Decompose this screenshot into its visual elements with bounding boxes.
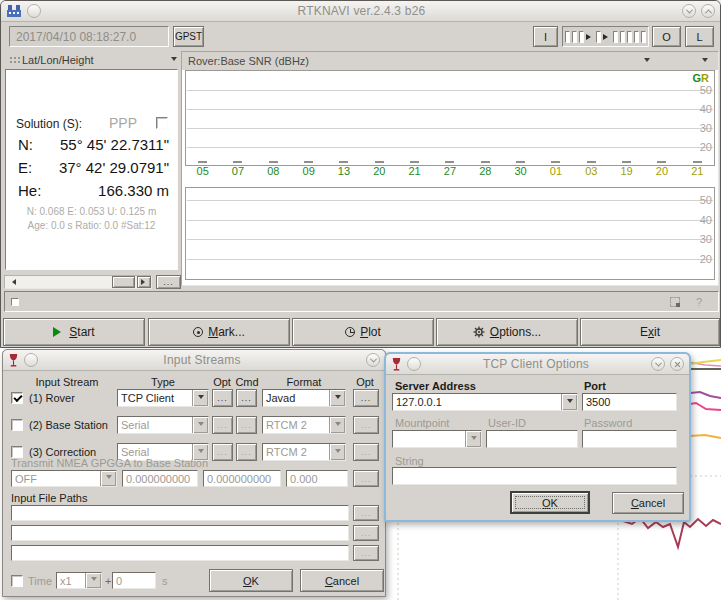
snr-baseline-tick — [551, 161, 560, 163]
gridline — [187, 147, 713, 148]
file-path-3-field[interactable] — [11, 545, 349, 561]
chevron-down-icon — [329, 444, 345, 460]
desktop: RTKNAVI ver.2.4.3 b26 2017/04/10 08:18:2… — [0, 0, 721, 600]
file-path-2-browse-button[interactable]: ... — [353, 525, 379, 541]
rover-cmd-button[interactable]: ... — [236, 389, 257, 407]
options-button[interactable]: Options... — [436, 318, 578, 346]
gridline — [187, 259, 713, 260]
output-indicator-square — [641, 31, 646, 43]
snr-baseline-tick — [657, 161, 666, 163]
snr-baseline-tick — [269, 161, 278, 163]
file-path-2-field[interactable] — [11, 525, 349, 541]
userid-field[interactable] — [486, 430, 578, 448]
time-display: 2017/04/10 08:18:27.0 — [9, 26, 169, 47]
solution-panel: Lat/Lon/Height Solution (S): PPP N: 55° … — [4, 51, 179, 298]
rover-format-select[interactable]: Javad — [262, 389, 346, 407]
minimize-button[interactable] — [366, 353, 380, 367]
flow-arrow-icon — [586, 34, 594, 40]
file-path-1-field[interactable] — [11, 505, 349, 521]
file-path-1-browse-button[interactable]: ... — [353, 505, 379, 521]
password-field[interactable] — [582, 430, 677, 448]
chevron-down-icon[interactable] — [192, 390, 208, 406]
base-checkbox[interactable] — [11, 419, 23, 431]
snr-plot-type-select[interactable] — [640, 58, 654, 65]
solution-scrollbar[interactable] — [4, 275, 152, 289]
close-button[interactable] — [670, 357, 684, 371]
time-checkbox[interactable] — [11, 575, 23, 587]
string-field[interactable] — [392, 467, 677, 485]
gridline — [187, 220, 713, 221]
rover-opt-button[interactable]: ... — [212, 389, 233, 407]
satellite-label: 28 — [479, 165, 491, 177]
minimize-button[interactable] — [651, 357, 665, 371]
tcp-client-options-dialog: TCP Client Options Server Address Port 1… — [384, 352, 691, 522]
satellite-label: 19 — [620, 165, 632, 177]
server-address-select[interactable]: 127.0.0.1 — [392, 393, 578, 411]
exit-button[interactable]: Exit — [580, 318, 720, 346]
snr-satellite: 28 — [468, 159, 503, 181]
flow-arrow-icon — [603, 34, 611, 40]
input-streams-ok-button[interactable]: OK — [209, 569, 293, 592]
chevron-down-icon — [329, 417, 345, 433]
time-system-button[interactable]: GPST — [173, 26, 204, 47]
satellite-label: 21 — [691, 165, 703, 177]
output-stream-button[interactable]: O — [652, 26, 681, 47]
rover-format-opt-button[interactable]: ... — [353, 389, 379, 407]
chevron-down-icon[interactable] — [561, 394, 577, 410]
file-path-3-browse-button[interactable]: ... — [353, 545, 379, 561]
column-header-type: Type — [117, 376, 209, 388]
scroll-left-button[interactable] — [5, 276, 19, 288]
snr-freq-select[interactable] — [698, 58, 712, 65]
solution-label: Solution (S): — [16, 117, 82, 131]
nmea-label: Transmit NMEA GPGGA to Base Station — [11, 457, 208, 469]
file-paths-label: Input File Paths — [11, 492, 87, 504]
column-header-format: Format — [262, 376, 346, 388]
input-stream-button[interactable]: I — [533, 26, 558, 47]
port-field[interactable] — [582, 393, 677, 411]
input-streams-cancel-button[interactable]: Cancel — [300, 569, 384, 592]
y-tick: 40 — [694, 104, 712, 115]
solution-checkbox[interactable] — [156, 117, 168, 129]
window-menu-button[interactable] — [24, 353, 38, 367]
scrollbar-thumb[interactable] — [112, 276, 135, 288]
chevron-down-icon — [192, 417, 208, 433]
seconds-label: s — [162, 575, 168, 587]
solution-panel-header: Lat/Lon/Height — [4, 51, 179, 69]
snr-baseline-tick — [410, 161, 419, 163]
server-address-label: Server Address — [395, 380, 476, 392]
tcp-ok-button[interactable]: OK — [510, 491, 590, 514]
longitude-row: E: 37° 42' 29.0791" — [6, 159, 177, 181]
tcp-cancel-button[interactable]: Cancel — [612, 492, 684, 514]
snr-satellite: 03 — [574, 159, 609, 181]
column-header-stream: Input Stream — [21, 376, 113, 388]
snr-panel-title: Rover:Base SNR (dBHz) — [188, 55, 640, 67]
satellite-label: 07 — [232, 165, 244, 177]
input-indicator-square — [572, 31, 577, 43]
mountpoint-label: Mountpoint — [395, 417, 449, 429]
column-header-opt: Opt — [209, 376, 235, 388]
window-menu-button[interactable] — [27, 4, 41, 18]
maximize-button[interactable] — [701, 4, 715, 18]
tray-icon — [670, 297, 680, 307]
rover-checkbox[interactable] — [11, 392, 23, 404]
log-stream-button[interactable]: L — [685, 26, 714, 47]
nmea-height-field — [286, 470, 348, 487]
mark-button[interactable]: Mark... — [148, 318, 290, 346]
solution-format-select[interactable]: Lat/Lon/Height — [22, 52, 177, 68]
rover-type-select[interactable]: TCP Client — [117, 389, 209, 407]
gridline — [187, 128, 713, 129]
solution-more-button[interactable]: ... — [156, 275, 181, 289]
window-menu-button[interactable] — [407, 357, 421, 371]
chevron-down-icon[interactable] — [329, 390, 345, 406]
gridline — [187, 239, 713, 240]
plot-button[interactable]: Plot — [292, 318, 434, 346]
server-indicator-square — [596, 31, 601, 43]
height-row: He: 166.330 m — [6, 182, 177, 204]
start-button[interactable]: Start — [3, 318, 145, 346]
base-label: (2) Base Station — [29, 419, 108, 431]
scroll-right-button[interactable] — [137, 276, 151, 288]
minimize-button[interactable] — [682, 4, 696, 18]
snr-baseline-tick — [481, 161, 490, 163]
mountpoint-select — [392, 430, 482, 448]
correction-format-opt-button: ... — [353, 443, 379, 461]
